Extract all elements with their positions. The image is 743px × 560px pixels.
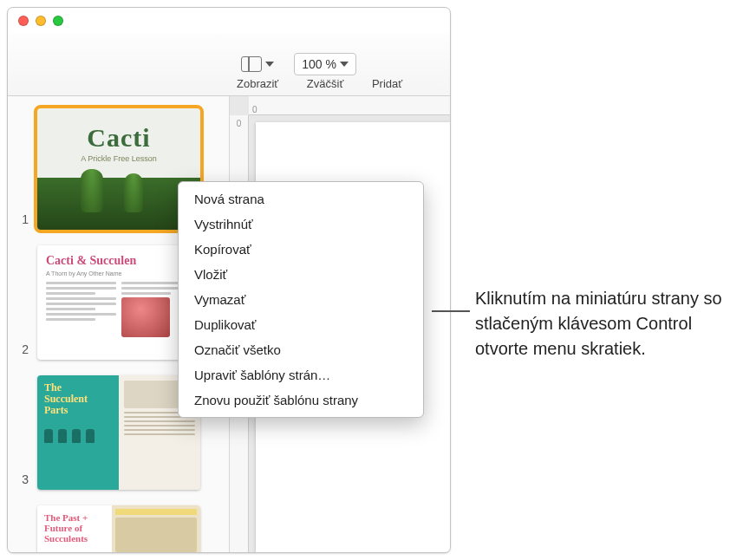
page-number: 2	[18, 342, 29, 360]
ruler-horizontal: 0	[249, 96, 450, 115]
ruler-tick: 0	[252, 105, 257, 114]
view-label: Zobraziť	[237, 77, 278, 90]
zoom-value: 100 %	[302, 57, 336, 71]
view-toolbar-button[interactable]: Zobraziť	[237, 51, 278, 90]
thumbnail-row: The Past + Future of Succulents	[18, 505, 218, 552]
context-menu: Nová strana Vystrihnúť Kopírovať Vložiť …	[178, 181, 424, 418]
ctx-cut[interactable]: Vystrihnúť	[179, 212, 423, 237]
page-thumbnail-4[interactable]: The Past + Future of Succulents	[37, 505, 200, 552]
chevron-down-icon	[265, 62, 274, 67]
ruler-tick: 0	[237, 119, 242, 128]
zoom-toolbar-button[interactable]: 100 % Zväčšiť	[294, 51, 356, 90]
thumb1-subtitle: A Prickle Free Lesson	[81, 154, 157, 163]
page-number: 1	[18, 212, 29, 230]
thumb4-title-2: Future of	[44, 523, 82, 533]
ctx-paste[interactable]: Vložiť	[179, 262, 423, 287]
page-thumbnail-3[interactable]: The Succulent Parts	[37, 375, 200, 490]
thumb3-title-1: The	[44, 381, 62, 394]
close-icon[interactable]	[18, 16, 29, 26]
page-thumbnail-2[interactable]: Cacti & Succulen A Thorn by Any Other Na…	[37, 245, 200, 360]
page-thumbnail-1[interactable]: Cacti A Prickle Free Lesson	[37, 108, 200, 230]
callout-leader-line	[432, 310, 470, 312]
thumb2-image	[121, 297, 170, 337]
sidebar-icon	[241, 56, 262, 72]
chevron-down-icon	[340, 62, 349, 67]
minimize-icon[interactable]	[36, 16, 46, 26]
callout-text: Kliknutím na miniatúru strany so stlačen…	[475, 286, 735, 361]
toolbar: Zobraziť 100 % Zväčšiť Pridať	[8, 34, 450, 96]
thumb1-title: Cacti	[87, 123, 150, 153]
add-label: Pridať	[372, 77, 402, 90]
thumb3-title-2: Succulent	[44, 393, 88, 405]
thumb4-title-3: Succulents	[44, 533, 88, 544]
ctx-edit-templates[interactable]: Upraviť šablóny strán…	[179, 362, 423, 387]
window-controls	[18, 16, 63, 26]
zoom-label: Zväčšiť	[307, 77, 343, 90]
thumb3-title-3: Parts	[44, 404, 68, 416]
add-toolbar-button[interactable]: Pridať	[372, 51, 402, 90]
zoom-window-icon[interactable]	[53, 16, 63, 26]
cactus-image	[37, 178, 200, 230]
ctx-reapply-template[interactable]: Znovu použiť šablónu strany	[179, 387, 423, 413]
ctx-copy[interactable]: Kopírovať	[179, 237, 423, 262]
app-window: Zobraziť 100 % Zväčšiť Pridať 1 Cacti	[7, 7, 451, 553]
zoom-value-box[interactable]: 100 %	[294, 53, 356, 75]
ctx-delete[interactable]: Vymazať	[179, 287, 423, 312]
thumb4-title-1: The Past +	[44, 512, 88, 523]
ctx-select-all[interactable]: Označiť všetko	[179, 337, 423, 362]
ctx-duplicate[interactable]: Duplikovať	[179, 312, 423, 337]
thumb2-title: Cacti & Succulen	[46, 254, 192, 268]
titlebar	[8, 8, 450, 34]
thumb2-subtitle: A Thorn by Any Other Name	[46, 270, 192, 277]
page-number: 3	[18, 472, 29, 490]
ctx-new-page[interactable]: Nová strana	[179, 186, 423, 212]
